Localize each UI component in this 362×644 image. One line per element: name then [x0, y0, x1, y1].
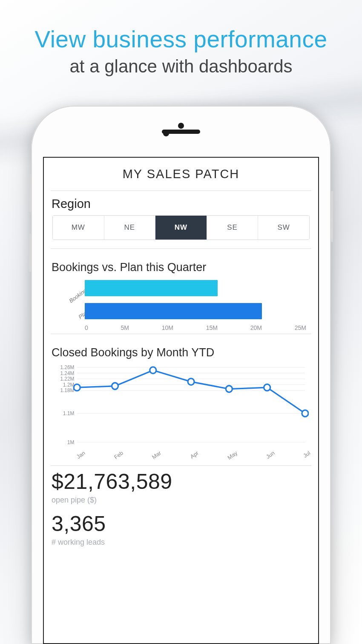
- y-tick: 1.1M: [63, 410, 74, 416]
- x-tick: Jul: [302, 450, 311, 459]
- x-tick: 20M: [250, 324, 262, 331]
- x-tick: 10M: [162, 324, 173, 331]
- y-tick: 1.2M: [63, 382, 74, 388]
- kpi-working-leads-label: # working leads: [52, 538, 310, 547]
- closed-bookings-x-axis: JanFebMarAprMayJunJul: [74, 450, 310, 456]
- x-tick: Jan: [75, 450, 86, 460]
- promo-title: View business performance: [0, 26, 362, 53]
- line-series: [77, 370, 305, 413]
- phone-speaker-icon: [162, 130, 200, 134]
- region-tab-ne[interactable]: NE: [104, 216, 156, 240]
- x-tick: Jun: [265, 450, 276, 460]
- closed-bookings-section: Closed Bookings by Month YTD 1M1.1M1.18M…: [44, 334, 318, 465]
- hbar-row-bookings: Bookings: [85, 278, 306, 298]
- line-point: [74, 384, 80, 391]
- region-label: Region: [52, 197, 310, 211]
- y-tick: 1M: [67, 439, 74, 445]
- line-point: [302, 410, 308, 417]
- region-tab-sw[interactable]: SW: [258, 216, 309, 240]
- promo-subtitle: at a glance with dashboards: [0, 56, 362, 77]
- region-tab-nw[interactable]: NW: [155, 216, 207, 240]
- x-tick: 15M: [206, 324, 218, 331]
- bookings-vs-plan-chart: BookingsPlan: [52, 278, 310, 321]
- region-segmented-control: MWNENWSESW: [52, 215, 310, 240]
- region-section: Region MWNENWSESW: [44, 191, 318, 248]
- bookings-vs-plan-section: Bookings vs. Plan this Quarter BookingsP…: [44, 249, 318, 334]
- phone-camera-icon: [178, 123, 184, 129]
- x-tick: 5M: [121, 324, 129, 331]
- y-tick: 1.26M: [60, 364, 75, 370]
- x-tick: Apr: [189, 450, 199, 460]
- y-tick: 1.24M: [60, 370, 75, 376]
- x-tick: Feb: [113, 450, 124, 460]
- kpi-open-pipe-label: open pipe ($): [52, 496, 310, 505]
- line-point: [226, 386, 232, 393]
- x-tick: Mar: [151, 450, 162, 460]
- hbar-row-plan: Plan: [85, 301, 306, 321]
- region-tab-mw[interactable]: MW: [53, 216, 104, 240]
- x-tick: May: [226, 450, 238, 461]
- hbar-bar-bookings: [85, 280, 218, 296]
- line-point: [188, 378, 194, 385]
- page-title: MY SALES PATCH: [44, 158, 318, 191]
- closed-bookings-chart: 1M1.1M1.18M1.2M1.22M1.24M1.26M: [53, 364, 309, 449]
- kpi-open-pipe: $21,763,589 open pipe ($) 3,365 # workin…: [44, 466, 318, 558]
- closed-bookings-title: Closed Bookings by Month YTD: [52, 346, 310, 359]
- phone-frame: MY SALES PATCH Region MWNENWSESW Booking…: [31, 106, 331, 644]
- x-tick: 25M: [295, 324, 306, 331]
- y-tick: 1.18M: [60, 387, 75, 393]
- bookings-vs-plan-x-axis: 05M10M15M20M25M: [85, 324, 310, 331]
- line-point: [150, 367, 156, 374]
- app-screen: MY SALES PATCH Region MWNENWSESW Booking…: [43, 157, 319, 644]
- region-tab-se[interactable]: SE: [207, 216, 259, 240]
- kpi-open-pipe-value: $21,763,589: [52, 469, 310, 494]
- promo-banner: View business performance at a glance wi…: [0, 26, 362, 77]
- kpi-working-leads-value: 3,365: [52, 511, 310, 536]
- bookings-vs-plan-title: Bookings vs. Plan this Quarter: [52, 261, 310, 274]
- line-point: [264, 384, 270, 391]
- x-tick: 0: [85, 324, 88, 331]
- line-point: [112, 383, 118, 390]
- y-tick: 1.22M: [60, 376, 75, 382]
- hbar-bar-plan: [85, 303, 262, 319]
